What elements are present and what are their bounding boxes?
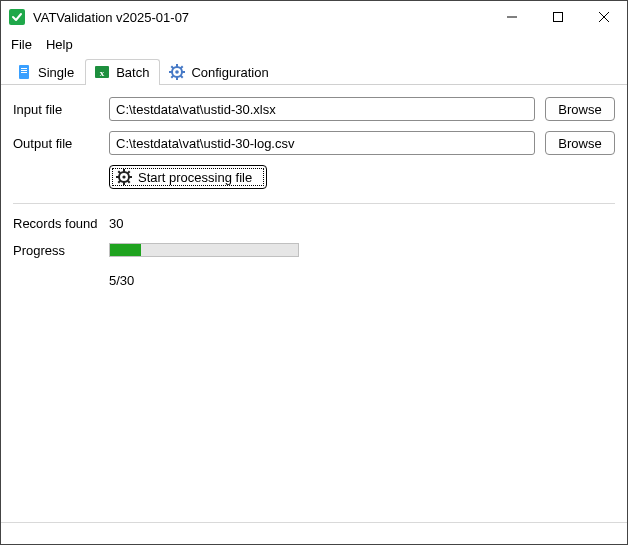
- menu-file[interactable]: File: [11, 37, 32, 52]
- input-file-field[interactable]: [109, 97, 535, 121]
- browse-input-button[interactable]: Browse: [545, 97, 615, 121]
- progress-label: Progress: [13, 243, 99, 258]
- svg-line-19: [172, 76, 174, 78]
- svg-line-18: [181, 66, 183, 68]
- tab-single-label: Single: [38, 65, 74, 80]
- svg-rect-1: [554, 13, 563, 22]
- svg-line-16: [172, 66, 174, 68]
- browse-output-button[interactable]: Browse: [545, 131, 615, 155]
- status-area: Records found 30 Progress 5/30: [1, 204, 627, 292]
- output-file-field[interactable]: [109, 131, 535, 155]
- close-button[interactable]: [581, 2, 627, 33]
- gear-icon: [169, 64, 185, 80]
- progress-counter: 5/30: [109, 273, 615, 288]
- records-found-label: Records found: [13, 216, 99, 231]
- tab-single[interactable]: Single: [7, 59, 85, 85]
- records-found-value: 30: [109, 216, 615, 231]
- tab-batch-label: Batch: [116, 65, 149, 80]
- gear-icon: [116, 169, 132, 185]
- window-title: VATValidation v2025-01-07: [33, 10, 189, 25]
- minimize-button[interactable]: [489, 2, 535, 33]
- progress-bar: [109, 243, 299, 257]
- svg-point-11: [176, 70, 180, 74]
- tab-configuration[interactable]: Configuration: [160, 59, 279, 85]
- svg-line-29: [118, 181, 120, 183]
- tab-configuration-label: Configuration: [191, 65, 268, 80]
- svg-point-21: [122, 175, 125, 178]
- output-file-label: Output file: [13, 136, 99, 151]
- svg-rect-6: [21, 70, 27, 71]
- menubar: File Help: [1, 33, 627, 58]
- excel-icon: x: [94, 64, 110, 80]
- svg-line-17: [181, 76, 183, 78]
- svg-line-28: [128, 171, 130, 173]
- start-button-label: Start processing file: [138, 170, 252, 185]
- input-file-label: Input file: [13, 102, 99, 117]
- titlebar: VATValidation v2025-01-07: [1, 1, 627, 33]
- menu-help[interactable]: Help: [46, 37, 73, 52]
- tab-batch[interactable]: x Batch: [85, 59, 160, 85]
- tab-row: Single x Batch Configuration: [1, 58, 627, 85]
- statusbar: [1, 522, 627, 544]
- start-processing-button[interactable]: Start processing file: [109, 165, 267, 189]
- svg-line-27: [128, 181, 130, 183]
- svg-rect-5: [21, 68, 27, 69]
- document-icon: [16, 64, 32, 80]
- maximize-button[interactable]: [535, 2, 581, 33]
- svg-line-26: [118, 171, 120, 173]
- app-icon: [9, 9, 25, 25]
- svg-text:x: x: [100, 68, 105, 78]
- svg-rect-7: [21, 72, 27, 73]
- batch-form: Input file Browse Output file Browse Sta…: [1, 85, 627, 193]
